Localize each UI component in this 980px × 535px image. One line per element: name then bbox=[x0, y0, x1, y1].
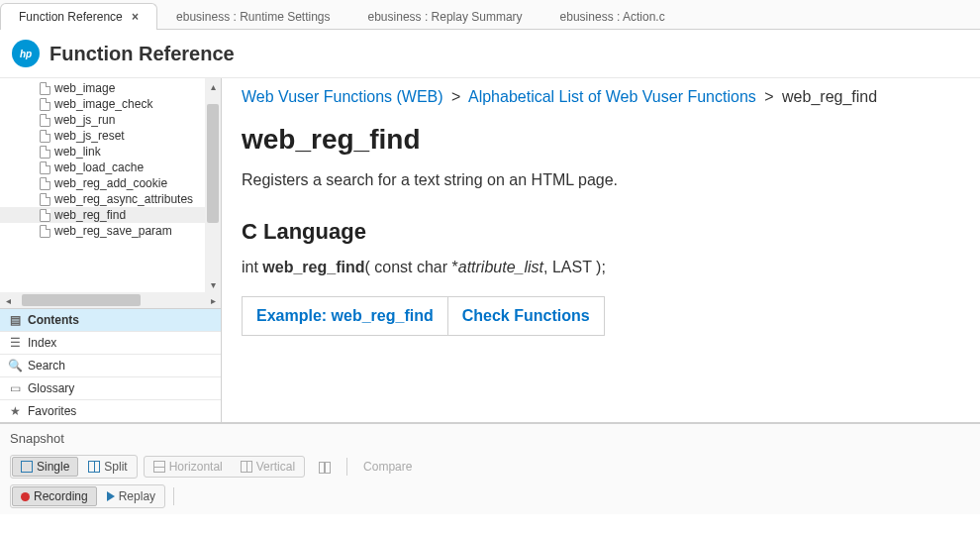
tree-item-label: web_reg_find bbox=[54, 208, 126, 222]
scroll-right-arrow-icon[interactable]: ▸ bbox=[205, 295, 221, 306]
function-description: Registers a search for a text string on … bbox=[242, 171, 960, 189]
file-icon bbox=[40, 146, 50, 159]
main-area: web_image web_image_check web_js_run web… bbox=[0, 78, 980, 423]
tree-item[interactable]: web_reg_save_param bbox=[0, 223, 205, 239]
close-icon[interactable]: × bbox=[132, 10, 139, 24]
btn-label: Recording bbox=[34, 489, 88, 503]
nav-label: Index bbox=[28, 336, 56, 350]
scroll-track[interactable] bbox=[205, 94, 221, 276]
scroll-track[interactable] bbox=[16, 294, 205, 306]
section-heading: C Language bbox=[242, 219, 960, 245]
crumb-web-vuser[interactable]: Web Vuser Functions (WEB) bbox=[242, 88, 443, 105]
compare-button: Compare bbox=[355, 458, 420, 476]
tree-wrap: web_image web_image_check web_js_run web… bbox=[0, 78, 221, 292]
scroll-up-arrow-icon[interactable]: ▴ bbox=[205, 78, 221, 94]
scroll-thumb[interactable] bbox=[207, 104, 219, 223]
link-example[interactable]: Example: web_reg_find bbox=[243, 297, 447, 335]
orientation-horizontal-button: Horizontal bbox=[146, 458, 231, 476]
hp-logo: hp bbox=[12, 40, 40, 67]
file-icon bbox=[40, 82, 50, 95]
record-replay-group: Recording Replay bbox=[10, 484, 165, 508]
tab-label: Function Reference bbox=[19, 10, 123, 24]
snapshot-panel: Snapshot Single Split Horizontal Vertica… bbox=[0, 423, 980, 514]
nav-favorites[interactable]: ★ Favorites bbox=[0, 400, 221, 422]
sync-button bbox=[311, 460, 339, 474]
nav-glossary[interactable]: ▭ Glossary bbox=[0, 377, 221, 400]
nav-search[interactable]: 🔍 Search bbox=[0, 355, 221, 377]
index-icon: ☰ bbox=[8, 336, 22, 350]
split-icon bbox=[88, 461, 100, 473]
tree-item[interactable]: web_link bbox=[0, 144, 205, 160]
snapshot-title: Snapshot bbox=[8, 428, 972, 452]
sync-icon bbox=[319, 462, 331, 472]
view-single-button[interactable]: Single bbox=[12, 457, 78, 477]
btn-label: Single bbox=[37, 460, 69, 474]
tree-item[interactable]: web_load_cache bbox=[0, 160, 205, 175]
file-icon bbox=[40, 209, 50, 222]
file-icon bbox=[40, 177, 50, 190]
file-icon bbox=[40, 130, 50, 143]
replay-button[interactable]: Replay bbox=[99, 487, 163, 505]
tree-item-selected[interactable]: web_reg_find bbox=[0, 207, 205, 223]
function-signature: int web_reg_find( const char *attribute_… bbox=[242, 259, 960, 276]
crumb-current: web_reg_find bbox=[782, 88, 877, 105]
tab-function-reference[interactable]: Function Reference × bbox=[0, 3, 157, 30]
tree-item[interactable]: web_js_run bbox=[0, 112, 205, 128]
tree-item-label: web_reg_async_attributes bbox=[54, 192, 193, 206]
tree-item-label: web_load_cache bbox=[54, 160, 144, 174]
tree-item-label: web_js_run bbox=[54, 113, 115, 127]
tree-item[interactable]: web_reg_add_cookie bbox=[0, 175, 205, 191]
nav-tabs: ▤ Contents ☰ Index 🔍 Search ▭ Glossary ★… bbox=[0, 308, 221, 422]
scroll-thumb[interactable] bbox=[22, 294, 141, 306]
tab-label: ebusiness : Runtime Settings bbox=[176, 10, 330, 24]
vertical-scrollbar[interactable]: ▴ ▾ bbox=[205, 78, 221, 292]
tree-item-label: web_reg_save_param bbox=[54, 224, 172, 238]
nav-label: Contents bbox=[28, 313, 79, 327]
nav-contents[interactable]: ▤ Contents bbox=[0, 309, 221, 332]
scroll-left-arrow-icon[interactable]: ◂ bbox=[0, 295, 16, 306]
chevron-right-icon: > bbox=[764, 88, 773, 105]
snapshot-toolbar-2: Recording Replay bbox=[8, 482, 972, 514]
btn-label: Horizontal bbox=[169, 460, 223, 474]
tree-item[interactable]: web_js_reset bbox=[0, 128, 205, 144]
tree-item-label: web_reg_add_cookie bbox=[54, 176, 167, 190]
file-icon bbox=[40, 225, 50, 238]
vertical-icon bbox=[241, 461, 252, 473]
file-icon bbox=[40, 193, 50, 206]
crumb-alpha-list[interactable]: Alphabetical List of Web Vuser Functions bbox=[468, 88, 756, 105]
content-pane: Web Vuser Functions (WEB) > Alphabetical… bbox=[222, 78, 980, 422]
nav-label: Favorites bbox=[28, 404, 76, 418]
scroll-down-arrow-icon[interactable]: ▾ bbox=[205, 276, 221, 292]
tree-item[interactable]: web_reg_async_attributes bbox=[0, 191, 205, 207]
horizontal-scrollbar[interactable]: ◂ ▸ bbox=[0, 292, 221, 308]
function-tree[interactable]: web_image web_image_check web_js_run web… bbox=[0, 78, 205, 292]
page-header: hp Function Reference bbox=[0, 30, 980, 78]
tab-runtime-settings[interactable]: ebusiness : Runtime Settings bbox=[157, 3, 348, 30]
btn-label: Split bbox=[104, 460, 127, 474]
glossary-icon: ▭ bbox=[8, 381, 22, 395]
toolbar-separator bbox=[346, 458, 347, 476]
btn-label: Vertical bbox=[256, 460, 295, 474]
nav-index[interactable]: ☰ Index bbox=[0, 332, 221, 355]
tree-item-label: web_js_reset bbox=[54, 129, 125, 143]
link-check-functions[interactable]: Check Functions bbox=[447, 297, 604, 335]
tree-item[interactable]: web_image_check bbox=[0, 96, 205, 112]
tab-action-c[interactable]: ebusiness : Action.c bbox=[541, 3, 684, 30]
tree-item-label: web_link bbox=[54, 145, 101, 159]
function-title: web_reg_find bbox=[242, 124, 960, 156]
file-icon bbox=[40, 161, 50, 174]
tree-item[interactable]: web_image bbox=[0, 80, 205, 96]
chevron-right-icon: > bbox=[451, 88, 460, 105]
file-icon bbox=[40, 114, 50, 127]
tab-replay-summary[interactable]: ebusiness : Replay Summary bbox=[349, 3, 541, 30]
record-icon bbox=[21, 492, 30, 501]
nav-label: Search bbox=[28, 359, 65, 373]
view-split-button[interactable]: Split bbox=[80, 458, 135, 476]
nav-label: Glossary bbox=[28, 381, 74, 395]
breadcrumb: Web Vuser Functions (WEB) > Alphabetical… bbox=[242, 88, 960, 106]
orientation-group: Horizontal Vertical bbox=[144, 456, 305, 478]
file-icon bbox=[40, 98, 50, 111]
sidebar: web_image web_image_check web_js_run web… bbox=[0, 78, 222, 422]
btn-label: Compare bbox=[363, 460, 412, 474]
recording-button[interactable]: Recording bbox=[12, 486, 97, 506]
